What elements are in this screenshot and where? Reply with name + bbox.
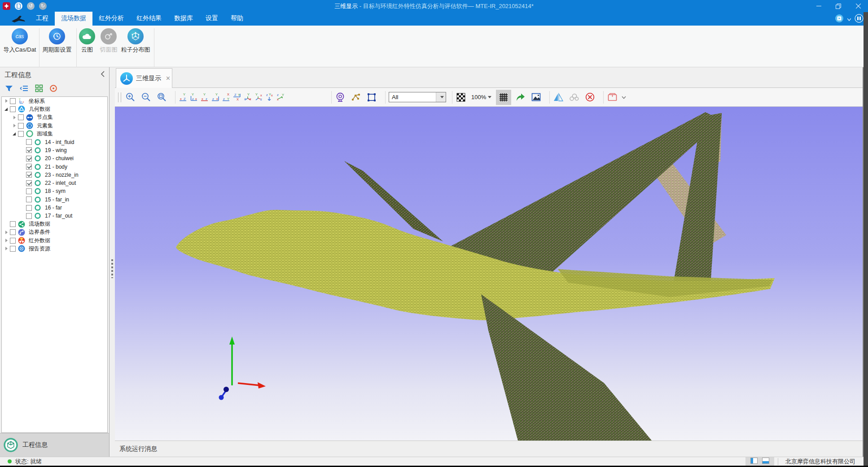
filter-funnel-icon[interactable] (4, 84, 13, 94)
view-front-icon[interactable]: YxZ (179, 92, 187, 103)
locate-target-icon[interactable] (49, 84, 57, 94)
viewport-3d[interactable] (115, 107, 863, 441)
tree-checkbox[interactable] (10, 221, 16, 227)
view-right-icon[interactable]: Yzx (211, 92, 219, 103)
tree-item[interactable]: 面域集 (2, 130, 107, 138)
tree-checkbox[interactable] (26, 147, 32, 153)
snapshot-image-icon[interactable] (530, 92, 541, 103)
menu-item-infrared-results[interactable]: 红外结果 (130, 12, 168, 26)
save-view-icon[interactable] (607, 92, 618, 103)
tree-checkbox[interactable] (26, 164, 32, 170)
export-arrow-icon[interactable] (515, 92, 526, 103)
maximize-icon[interactable] (829, 0, 848, 12)
new-file-icon[interactable] (15, 2, 22, 10)
tree-item[interactable]: 红外数据 (2, 236, 107, 244)
tree-item[interactable]: 14 - int_fluid (2, 138, 107, 146)
view-top-icon[interactable]: XzY (222, 92, 230, 103)
tree-checkbox[interactable] (10, 106, 16, 112)
tree-item[interactable]: 17 - far_out (2, 212, 107, 220)
mirror-icon[interactable] (553, 92, 564, 103)
toolbar-grip[interactable] (118, 92, 121, 102)
cancel-icon[interactable] (584, 92, 595, 103)
tree-checkbox[interactable] (10, 98, 16, 104)
view-iso-ne-icon[interactable]: Yzx (243, 92, 252, 103)
tree-item[interactable]: 23 - nozzle_in (2, 171, 107, 179)
minimize-icon[interactable] (809, 0, 829, 12)
zoom-fit-icon[interactable] (156, 92, 167, 103)
tree-item[interactable]: 几何数据 (2, 105, 107, 113)
tree-checkbox[interactable] (18, 114, 24, 120)
view-back-icon[interactable]: Yzx (189, 92, 198, 103)
tree-expander-icon[interactable] (4, 238, 9, 243)
panel-bottom-bar[interactable]: 工程信息 (0, 433, 109, 457)
camera-probe-icon[interactable] (335, 92, 346, 103)
view-iso-sw-icon[interactable]: zxY (276, 92, 284, 103)
view-left-icon[interactable]: Yxz (200, 92, 209, 103)
display-filter-combobox[interactable]: All (389, 92, 446, 102)
zoom-out-icon[interactable] (140, 92, 151, 103)
tree-checkbox[interactable] (10, 229, 16, 235)
menu-item-database[interactable]: 数据库 (168, 12, 199, 26)
list-view-icon[interactable] (20, 84, 29, 94)
tree-checkbox[interactable] (26, 172, 32, 178)
tree-item[interactable]: 元素集 (2, 122, 107, 130)
tree-expander-icon[interactable] (13, 123, 17, 128)
tree-item[interactable]: 21 - body (2, 162, 107, 170)
grid-view-icon[interactable] (35, 84, 43, 94)
theme-book-icon[interactable] (855, 14, 864, 24)
panel-collapse-icon[interactable] (101, 71, 105, 79)
dither-pattern-icon[interactable] (456, 92, 466, 103)
view-iso-nw-icon[interactable]: Yxz (254, 92, 263, 103)
tree-expander-icon[interactable] (13, 115, 17, 120)
redo-icon[interactable]: ↻ (39, 2, 47, 10)
close-icon[interactable] (848, 0, 868, 12)
tab-3d-view[interactable]: 三维显示 ✕ (116, 68, 172, 88)
tree-expander-icon[interactable] (4, 99, 9, 103)
undo-icon[interactable]: ↺ (27, 2, 35, 10)
menu-item-settings[interactable]: 设置 (199, 12, 224, 26)
split-bottom-icon[interactable] (762, 458, 769, 465)
tree-item[interactable]: Yzx坐标系 (2, 97, 107, 105)
dropdown-caret-icon[interactable] (847, 16, 851, 22)
style-switch-icon[interactable] (835, 14, 844, 24)
particle-distribution-button[interactable]: 粒子分布图 (118, 27, 153, 54)
panel-splitter[interactable] (109, 67, 115, 457)
import-cas-dat-button[interactable]: cas 导入Cas/Dat (3, 27, 37, 54)
mesh-grid-icon[interactable] (496, 90, 511, 105)
zoom-level-dropdown[interactable]: 100% (471, 94, 491, 100)
tree-checkbox[interactable] (26, 156, 32, 161)
save-view-caret-icon[interactable] (622, 94, 626, 100)
tree-checkbox[interactable] (26, 213, 32, 219)
menu-item-project[interactable]: 工程 (30, 12, 55, 26)
tree-item[interactable]: 22 - inlet_out (2, 179, 107, 187)
tree-checkbox[interactable] (18, 123, 24, 129)
tree-expander-icon[interactable] (13, 131, 17, 136)
tree-checkbox[interactable] (26, 196, 32, 202)
menu-item-infrared-analysis[interactable]: 红外分析 (92, 12, 130, 26)
tree-expander-icon[interactable] (4, 230, 9, 235)
tree-item[interactable]: 18 - sym (2, 187, 107, 195)
combobox-arrow-icon[interactable] (436, 92, 446, 102)
tree-item[interactable]: 节点集 (2, 113, 107, 122)
tree-checkbox[interactable] (26, 180, 32, 186)
tree-item[interactable]: 15 - far_in (2, 196, 107, 204)
tree-item[interactable]: 20 - chuiwei (2, 154, 107, 162)
tree-checkbox[interactable] (26, 205, 32, 211)
tree-item[interactable]: 流场数据 (2, 220, 107, 228)
view-iso-se-icon[interactable]: zYx (265, 92, 273, 103)
tree-expander-icon[interactable] (4, 107, 9, 111)
menu-item-flowfield-data[interactable]: 流场数据 (55, 12, 92, 26)
select-box-icon[interactable] (366, 92, 377, 103)
tree-checkbox[interactable] (26, 188, 32, 194)
tree-checkbox[interactable] (18, 131, 24, 137)
tree-item[interactable]: 边界条件 (2, 228, 107, 236)
tree-checkbox[interactable] (26, 139, 32, 145)
tab-close-icon[interactable]: ✕ (166, 75, 171, 82)
splitter-grip[interactable] (111, 258, 113, 278)
zoom-in-icon[interactable] (125, 92, 136, 103)
view-bottom-icon[interactable]: ZYX (232, 92, 241, 103)
split-left-icon[interactable] (750, 458, 758, 465)
menu-item-help[interactable]: 帮助 (224, 12, 250, 26)
particle-trace-icon[interactable] (351, 92, 361, 103)
tree-item[interactable]: 报告资源 (2, 244, 107, 253)
